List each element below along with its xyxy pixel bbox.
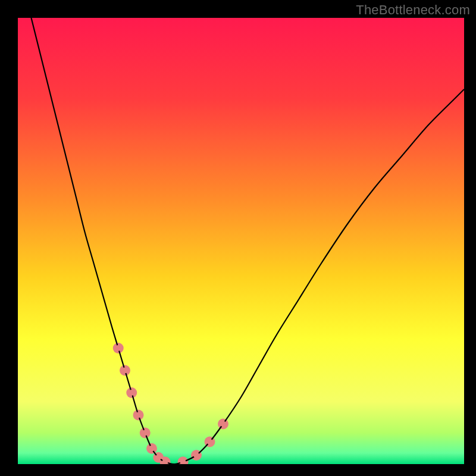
chart-frame: TheBottleneck.com [0,0,476,476]
chart-marker-core [122,368,128,374]
chart-marker-core [115,345,121,351]
chart-marker-core [129,390,134,396]
chart-marker-core [142,430,148,436]
watermark-text: TheBottleneck.com [356,2,470,18]
chart-marker-core [193,452,199,458]
chart-plot-area [18,18,464,464]
chart-marker-core [149,446,155,452]
chart-marker-core [155,455,161,461]
chart-marker-core [207,439,213,445]
chart-svg [18,18,464,464]
chart-marker-core [220,421,226,427]
chart-marker-core [136,412,142,418]
